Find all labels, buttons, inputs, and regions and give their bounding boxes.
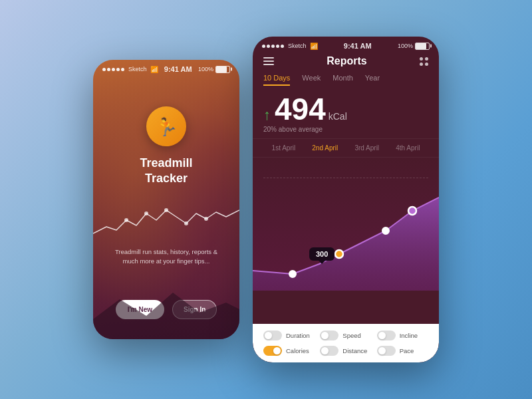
kcal-subtext: 20% above average: [263, 126, 428, 133]
kcal-value: 494: [275, 94, 326, 124]
pace-toggle[interactable]: [377, 346, 396, 356]
runner-icon: 🏃: [154, 114, 180, 139]
date-tab-2nd[interactable]: 2nd April: [312, 144, 338, 152]
toggle-calories: Calories: [263, 346, 315, 356]
more-menu[interactable]: [420, 57, 428, 66]
toggle-distance: Distance: [320, 346, 371, 356]
phones-container: Sketch 📶 9:41 AM 100% 🏃 Treadmill Tracke…: [93, 37, 439, 362]
wave-svg: [93, 200, 239, 240]
distance-toggle[interactable]: [320, 346, 338, 356]
toggle-duration: Duration: [263, 331, 315, 340]
toggle-incline: Incline: [377, 331, 428, 340]
right-header: Reports: [253, 53, 439, 74]
right-battery-icon: [415, 43, 430, 50]
duration-label: Duration: [286, 332, 310, 339]
right-wifi-icon: 📶: [310, 43, 318, 50]
incline-label: Incline: [400, 332, 418, 339]
signal-icon: [102, 68, 124, 71]
right-carrier: Sketch 📶: [262, 43, 318, 50]
tab-year[interactable]: Year: [365, 74, 380, 86]
right-status-bar: Sketch 📶 9:41 AM 100%: [253, 37, 439, 53]
date-tab-4th[interactable]: 4th April: [396, 144, 420, 152]
svg-point-4: [204, 217, 208, 221]
left-time: 9:41 AM: [164, 65, 192, 73]
right-battery: 100%: [398, 43, 430, 50]
kcal-main: ↑ 494 kCal: [263, 94, 428, 124]
pace-label: Pace: [400, 347, 414, 354]
calories-toggle[interactable]: [263, 346, 282, 356]
right-time: 9:41 AM: [344, 42, 372, 50]
chart-section: 300: [253, 158, 439, 291]
date-tab-3rd[interactable]: 3rd April: [354, 144, 379, 152]
svg-point-2: [164, 208, 168, 212]
tab-week[interactable]: Week: [302, 74, 321, 86]
carrier-name: Sketch: [128, 66, 147, 72]
date-tabs: 1st April 2nd April 3rd April 4th April: [253, 138, 439, 158]
svg-point-6: [335, 250, 343, 258]
toggle-pace: Pace: [377, 346, 428, 356]
distance-label: Distance: [342, 347, 367, 354]
incline-toggle[interactable]: [377, 331, 396, 340]
left-phone-content: 🏃 Treadmill Tracker: [93, 60, 239, 339]
speed-label: Speed: [342, 332, 360, 339]
phone-left: Sketch 📶 9:41 AM 100% 🏃 Treadmill Tracke…: [93, 60, 239, 339]
right-signal-icon: [262, 45, 284, 48]
app-title: Treadmill Tracker: [140, 156, 192, 187]
left-battery: 100%: [198, 66, 230, 73]
app-icon: 🏃: [146, 106, 186, 146]
calories-label: Calories: [286, 347, 309, 354]
svg-point-5: [289, 271, 296, 277]
svg-point-3: [184, 221, 188, 225]
toggle-speed: Speed: [320, 331, 371, 340]
toggles-section: Duration Speed Incline Cal: [253, 324, 439, 362]
reports-title: Reports: [327, 55, 366, 67]
left-carrier: Sketch 📶: [102, 66, 158, 73]
chart-tooltip: 300: [309, 247, 334, 261]
time-period-tabs: 10 Days Week Month Year: [253, 74, 439, 86]
battery-icon: [215, 66, 230, 73]
right-carrier-name: Sketch: [288, 43, 307, 49]
left-status-bar: Sketch 📶 9:41 AM 100%: [93, 60, 239, 76]
duration-toggle[interactable]: [263, 331, 282, 340]
svg-point-7: [382, 227, 389, 234]
trend-up-icon: ↑: [263, 108, 271, 122]
date-tab-1st[interactable]: 1st April: [272, 144, 296, 152]
kcal-section: ↑ 494 kCal 20% above average: [253, 94, 439, 138]
hamburger-menu[interactable]: [263, 57, 274, 65]
speed-toggle[interactable]: [320, 331, 338, 340]
tab-10days[interactable]: 10 Days: [263, 74, 290, 86]
svg-point-8: [408, 207, 416, 215]
svg-point-0: [124, 218, 128, 222]
wave-chart: [93, 200, 239, 243]
tab-month[interactable]: Month: [332, 74, 353, 86]
chart-svg: [253, 158, 439, 291]
wifi-icon: 📶: [150, 66, 158, 73]
phone-right: Sketch 📶 9:41 AM 100% Reports: [253, 37, 439, 362]
svg-point-1: [144, 211, 148, 215]
kcal-unit: kCal: [329, 111, 347, 122]
